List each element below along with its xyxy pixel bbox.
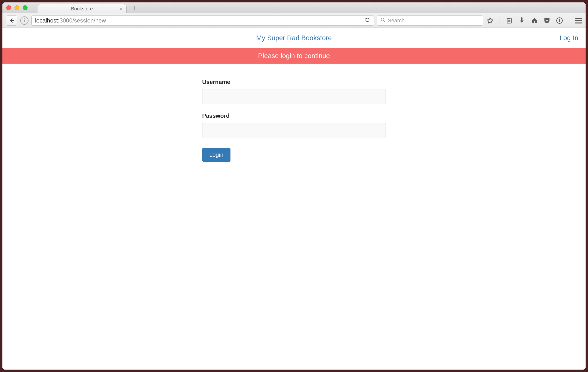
login-button[interactable]: Login — [202, 148, 231, 162]
svg-rect-6 — [534, 21, 535, 23]
home-button[interactable] — [531, 17, 538, 24]
password-label: Password — [202, 112, 386, 119]
search-icon — [380, 17, 385, 24]
flash-alert: Please login to continue — [2, 48, 586, 64]
pocket-button[interactable] — [543, 17, 551, 24]
svg-rect-3 — [508, 18, 510, 19]
reload-icon — [365, 17, 370, 23]
hamburger-icon — [575, 22, 582, 23]
svg-point-8 — [559, 19, 560, 20]
brand-link[interactable]: My Super Rad Bookstore — [256, 34, 332, 42]
password-input[interactable] — [202, 123, 386, 138]
bookmark-button[interactable] — [486, 17, 494, 24]
arrow-left-icon — [9, 18, 14, 23]
username-group: Username — [202, 79, 386, 104]
info-button[interactable] — [556, 17, 563, 24]
browser-tab[interactable]: Bookstore × — [37, 4, 126, 13]
downloads-button[interactable] — [518, 17, 525, 24]
new-tab-button[interactable]: + — [131, 5, 138, 11]
star-icon — [487, 17, 494, 24]
title-bar: Bookstore × + — [2, 2, 586, 13]
site-identity-button[interactable]: i — [20, 16, 29, 25]
page-content: My Super Rad Bookstore Log In Please log… — [2, 28, 586, 370]
pocket-icon — [544, 17, 550, 24]
hamburger-icon — [575, 20, 582, 21]
username-input[interactable] — [202, 89, 386, 104]
tab-title: Bookstore — [71, 6, 93, 12]
tab-strip: Bookstore × + — [37, 3, 138, 13]
url-separator — [361, 17, 361, 24]
info-icon: i — [24, 18, 25, 23]
url-bar[interactable]: localhost:3000/session/new — [32, 15, 374, 26]
site-navbar: My Super Rad Bookstore Log In — [2, 28, 586, 48]
url-host: localhost — [35, 17, 58, 24]
circle-info-icon — [556, 17, 563, 24]
login-form: Username Password Login — [202, 79, 386, 162]
toolbar-icons — [486, 17, 582, 24]
back-button[interactable] — [6, 15, 17, 26]
download-icon — [519, 17, 525, 24]
window-close-button[interactable] — [6, 5, 11, 10]
search-bar[interactable]: Search — [377, 15, 483, 26]
window-minimize-button[interactable] — [14, 5, 19, 10]
toolbar-separator — [569, 17, 569, 24]
menu-button[interactable] — [575, 18, 582, 23]
url-path: :3000/session/new — [58, 17, 106, 24]
close-tab-button[interactable]: × — [119, 6, 123, 12]
username-label: Username — [202, 79, 386, 85]
password-group: Password — [202, 112, 386, 138]
window-zoom-button[interactable] — [23, 5, 28, 10]
hamburger-icon — [575, 18, 582, 19]
search-placeholder: Search — [388, 17, 405, 24]
reload-button[interactable] — [365, 17, 370, 24]
clipboard-icon — [506, 17, 512, 24]
svg-line-1 — [384, 20, 385, 22]
browser-window: Bookstore × + i localhost:3000/session/n… — [2, 2, 586, 370]
svg-rect-9 — [559, 20, 560, 22]
toolbar-separator — [500, 17, 500, 24]
reading-list-button[interactable] — [506, 17, 513, 24]
home-icon — [531, 17, 538, 24]
toolbar: i localhost:3000/session/new Search — [2, 13, 586, 28]
log-in-link[interactable]: Log In — [559, 34, 578, 42]
window-controls — [6, 5, 28, 10]
